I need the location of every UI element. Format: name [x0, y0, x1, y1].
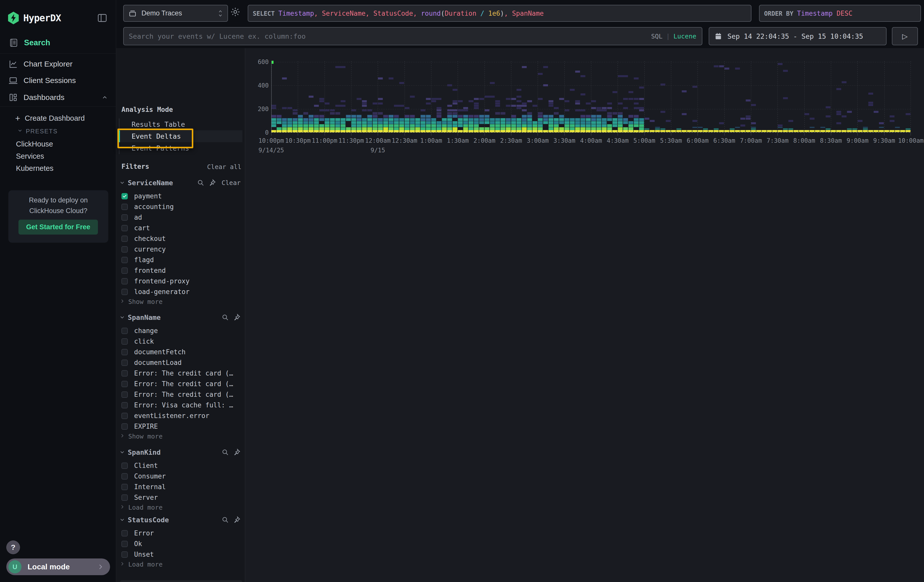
show-more-button[interactable]: Show more — [116, 432, 245, 441]
filter-checkbox-row[interactable]: documentFetch — [116, 347, 245, 357]
filter-checkbox-row[interactable]: change — [116, 325, 245, 336]
checkbox-icon[interactable] — [121, 246, 128, 252]
create-dashboard-button[interactable]: +Create Dashboard — [15, 113, 85, 123]
user-menu[interactable]: U Local mode — [6, 559, 110, 575]
filter-checkbox-row[interactable]: flagd — [116, 255, 245, 265]
clear-all-button[interactable]: Clear all — [207, 163, 241, 171]
checkbox-checked-icon[interactable] — [121, 193, 128, 199]
search-icon[interactable] — [197, 179, 205, 186]
filter-checkbox-row[interactable]: Error: Visa cache full: … — [116, 400, 245, 411]
checkbox-icon[interactable] — [121, 214, 128, 221]
gear-icon[interactable] — [230, 7, 242, 19]
analysis-mode-event-deltas[interactable]: Event Deltas — [119, 130, 243, 142]
checkbox-icon[interactable] — [121, 473, 128, 480]
checkbox-icon[interactable] — [121, 413, 128, 419]
filter-checkbox-row[interactable]: ad — [116, 212, 245, 223]
event-search-input-box[interactable]: SQL | Lucene — [123, 27, 702, 45]
filter-checkbox-row[interactable]: checkout — [116, 233, 245, 244]
checkbox-icon[interactable] — [121, 257, 128, 263]
chevron-down-icon[interactable] — [119, 314, 125, 320]
checkbox-icon[interactable] — [121, 278, 128, 284]
toggle-lucene[interactable]: Lucene — [673, 33, 696, 40]
chevron-down-icon[interactable] — [119, 517, 125, 523]
presets-header[interactable]: PRESETS — [17, 127, 58, 135]
orderby-clause-input[interactable]: ORDER BY Timestamp DESC — [759, 5, 921, 22]
filter-checkbox-row[interactable]: EXPIRE — [116, 421, 245, 432]
preset-item-services[interactable]: Services — [16, 151, 44, 161]
filter-section-title[interactable]: SpanName — [128, 313, 161, 322]
checkbox-icon[interactable] — [121, 289, 128, 295]
checkbox-icon[interactable] — [121, 495, 128, 501]
filter-checkbox-row[interactable]: Error: The credit card (… — [116, 379, 245, 389]
preset-item-clickhouse[interactable]: ClickHouse — [16, 139, 53, 149]
checkbox-icon[interactable] — [121, 381, 128, 387]
filter-checkbox-row[interactable]: accounting — [116, 201, 245, 212]
clear-filter-button[interactable]: Clear — [222, 179, 241, 186]
checkbox-icon[interactable] — [121, 267, 128, 274]
filter-section-title[interactable]: ServiceName — [128, 179, 173, 187]
get-started-button[interactable]: Get Started for Free — [18, 220, 98, 234]
filter-checkbox-row[interactable]: Error — [116, 528, 245, 539]
checkbox-icon[interactable] — [121, 551, 128, 558]
time-range-picker[interactable]: Sep 14 22:04:35 - Sep 15 10:04:35 — [709, 27, 886, 45]
filter-checkbox-row[interactable]: cart — [116, 223, 245, 233]
analysis-mode-event-patterns[interactable]: Event Patterns — [119, 142, 243, 154]
checkbox-icon[interactable] — [121, 225, 128, 231]
filter-checkbox-row[interactable]: frontend — [116, 265, 245, 276]
show-more-button[interactable]: Show more — [116, 297, 245, 306]
filter-checkbox-row[interactable]: Server — [116, 492, 245, 503]
source-select[interactable]: Demo Traces — [123, 5, 228, 22]
checkbox-icon[interactable] — [121, 204, 128, 210]
sidebar-item-client-sessions[interactable]: Client Sessions — [0, 73, 116, 89]
checkbox-icon[interactable] — [121, 391, 128, 398]
checkbox-icon[interactable] — [121, 530, 128, 536]
checkbox-icon[interactable] — [121, 484, 128, 490]
sidebar-item-chart-explorer[interactable]: Chart Explorer — [0, 56, 116, 72]
select-clause-input[interactable]: SELECT Timestamp, ServiceName, StatusCod… — [248, 5, 751, 22]
filter-checkbox-row[interactable]: payment — [116, 191, 245, 201]
pin-icon[interactable] — [233, 313, 241, 321]
analysis-mode-results-table[interactable]: Results Table — [119, 119, 243, 130]
sidebar-item-search[interactable]: Search — [0, 35, 116, 51]
filter-checkbox-row[interactable]: click — [116, 336, 245, 347]
run-query-button[interactable]: ▷ — [892, 27, 918, 45]
pin-icon[interactable] — [233, 448, 241, 456]
preset-item-kubernetes[interactable]: Kubernetes — [16, 163, 53, 173]
chevron-down-icon[interactable] — [119, 180, 125, 186]
filter-checkbox-row[interactable]: Error: The credit card (… — [116, 389, 245, 400]
checkbox-icon[interactable] — [121, 328, 128, 334]
filter-checkbox-row[interactable]: Ok — [116, 539, 245, 549]
filter-checkbox-row[interactable]: currency — [116, 244, 245, 255]
search-icon[interactable] — [221, 313, 229, 321]
search-icon[interactable] — [221, 448, 229, 456]
checkbox-icon[interactable] — [121, 370, 128, 376]
show-more-button[interactable]: Load more — [116, 560, 245, 569]
sidebar-item-dashboards[interactable]: Dashboards — [0, 89, 116, 106]
help-button[interactable]: ? — [6, 541, 20, 554]
filter-section-title[interactable]: StatusCode — [128, 516, 169, 524]
collapse-sidebar-icon[interactable] — [97, 13, 107, 23]
checkbox-icon[interactable] — [121, 349, 128, 355]
search-input[interactable] — [129, 32, 651, 40]
show-more-button[interactable]: Load more — [116, 503, 245, 512]
filter-checkbox-row[interactable]: load-generator — [116, 287, 245, 297]
filter-checkbox-row[interactable]: documentLoad — [116, 357, 245, 368]
filter-checkbox-row[interactable]: Unset — [116, 549, 245, 560]
filter-checkbox-row[interactable]: eventListener.error — [116, 411, 245, 421]
events-heatmap-canvas[interactable] — [271, 61, 911, 137]
checkbox-icon[interactable] — [121, 402, 128, 409]
filter-checkbox-row[interactable]: Internal — [116, 481, 245, 492]
filter-section-title[interactable]: SpanKind — [128, 448, 161, 456]
filter-checkbox-row[interactable]: Consumer — [116, 471, 245, 481]
checkbox-icon[interactable] — [121, 236, 128, 242]
checkbox-icon[interactable] — [121, 463, 128, 469]
search-icon[interactable] — [221, 516, 229, 524]
more-filters-button[interactable]: More filters — [120, 580, 242, 582]
checkbox-icon[interactable] — [121, 423, 128, 430]
pin-icon[interactable] — [233, 516, 241, 524]
pin-icon[interactable] — [208, 179, 216, 186]
checkbox-icon[interactable] — [121, 359, 128, 366]
toggle-sql[interactable]: SQL — [651, 33, 662, 40]
checkbox-icon[interactable] — [121, 541, 128, 547]
filter-checkbox-row[interactable]: Error: The credit card (… — [116, 368, 245, 379]
